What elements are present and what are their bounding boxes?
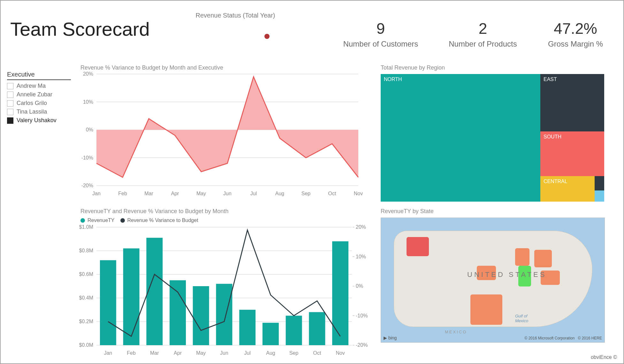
svg-text:Aug: Aug bbox=[275, 191, 284, 196]
map-state-wi bbox=[515, 248, 529, 266]
svg-text:-20%: -20% bbox=[81, 183, 93, 188]
svg-text:Mar: Mar bbox=[150, 350, 159, 356]
svg-text:$0.4M: $0.4M bbox=[79, 295, 93, 301]
legend-color-icon bbox=[80, 218, 85, 223]
svg-text:Oct: Oct bbox=[313, 350, 321, 356]
svg-text:Jan: Jan bbox=[104, 350, 112, 356]
svg-text:$1.0M: $1.0M bbox=[79, 224, 93, 230]
map-state-mi bbox=[534, 250, 552, 267]
svg-text:-20%: -20% bbox=[356, 342, 368, 348]
slicer-item[interactable]: Annelie Zubar bbox=[7, 91, 71, 98]
checkbox-icon bbox=[7, 109, 13, 115]
svg-rect-52 bbox=[309, 312, 325, 345]
treemap-label: CENTRAL bbox=[544, 179, 567, 184]
treemap-label: NORTH bbox=[384, 77, 402, 82]
dashboard: Team Scorecard Revenue Status (Total Yea… bbox=[0, 0, 624, 364]
kpi-customers-value: 9 bbox=[333, 20, 429, 37]
svg-text:Jul: Jul bbox=[244, 350, 251, 356]
slicer-item[interactable]: Andrew Ma bbox=[7, 83, 71, 89]
treemap-title: Total Revenue by Region bbox=[381, 64, 445, 71]
svg-text:Sep: Sep bbox=[289, 350, 299, 356]
page-title: Team Scorecard bbox=[10, 18, 150, 40]
legend-a: RevenueTY bbox=[88, 218, 115, 223]
kpi-margin-label: Gross Margin % bbox=[528, 40, 623, 48]
revenue-status-label: Revenue Status (Total Year) bbox=[187, 12, 283, 19]
svg-text:Jan: Jan bbox=[92, 191, 101, 196]
svg-text:Mar: Mar bbox=[144, 191, 153, 196]
kpi-margin-value: 47.2% bbox=[528, 20, 623, 37]
svg-text:$0.8M: $0.8M bbox=[79, 248, 93, 253]
slicer-item[interactable]: Tina Lassila bbox=[7, 108, 71, 115]
svg-rect-44 bbox=[123, 249, 140, 345]
checkbox-icon bbox=[7, 83, 13, 89]
legend-b: Revenue % Variance to Budget bbox=[127, 218, 198, 223]
slicer-item-label: Tina Lassila bbox=[17, 108, 47, 115]
treemap-cell-north[interactable]: NORTH bbox=[381, 74, 540, 202]
svg-text:20%: 20% bbox=[356, 224, 366, 230]
map-country-label: UNITED STATES bbox=[467, 271, 546, 279]
map-gulf-label: Gulf of Mexico bbox=[515, 314, 528, 323]
footer-credit: obviEnce © bbox=[591, 354, 617, 360]
treemap-label: EAST bbox=[544, 77, 557, 82]
svg-text:Apr: Apr bbox=[174, 350, 182, 356]
svg-text:0%: 0% bbox=[356, 283, 363, 289]
svg-text:May: May bbox=[196, 191, 206, 196]
bing-logo: ▶ bing bbox=[384, 335, 397, 340]
kpi-products-label: Number of Products bbox=[435, 40, 531, 48]
svg-text:$0.2M: $0.2M bbox=[79, 319, 93, 324]
slicer-item[interactable]: Valery Ushakov bbox=[7, 117, 71, 124]
svg-text:$0.0M: $0.0M bbox=[79, 342, 93, 348]
svg-text:-10%: -10% bbox=[356, 313, 368, 318]
map-state-tx bbox=[470, 294, 502, 325]
slicer-title: Executive bbox=[7, 71, 71, 80]
svg-rect-51 bbox=[286, 316, 302, 345]
svg-rect-43 bbox=[100, 260, 116, 345]
revenue-status-icon bbox=[264, 34, 270, 39]
treemap-chart[interactable]: NORTH EAST SOUTH CENTRAL bbox=[381, 74, 604, 202]
svg-text:Feb: Feb bbox=[127, 350, 136, 356]
svg-rect-49 bbox=[239, 310, 255, 345]
svg-text:Nov: Nov bbox=[354, 191, 363, 196]
executive-slicer: Executive Andrew Ma Annelie Zubar Carlos… bbox=[7, 71, 71, 126]
svg-text:May: May bbox=[196, 350, 206, 356]
svg-text:Feb: Feb bbox=[118, 191, 127, 196]
map-credits: © 2016 Microsoft Corporation © 2016 HERE bbox=[525, 336, 602, 340]
svg-text:Sep: Sep bbox=[301, 191, 311, 196]
map-state-wa bbox=[407, 237, 429, 256]
treemap-cell-other1[interactable] bbox=[595, 176, 604, 190]
svg-text:Apr: Apr bbox=[171, 191, 179, 196]
bing-text: bing bbox=[388, 335, 397, 340]
svg-text:Nov: Nov bbox=[336, 350, 345, 356]
area-chart-title: Revenue % Variance to Budget by Month an… bbox=[80, 64, 223, 71]
treemap-cell-south[interactable]: SOUTH bbox=[540, 131, 604, 176]
svg-rect-47 bbox=[193, 286, 209, 345]
map-chart[interactable]: UNITED STATES Gulf of Mexico MEXICO ▶ bi… bbox=[381, 218, 605, 343]
svg-rect-48 bbox=[216, 284, 232, 345]
svg-text:Jul: Jul bbox=[250, 191, 257, 196]
treemap-cell-east[interactable]: EAST bbox=[540, 74, 604, 131]
svg-text:$0.6M: $0.6M bbox=[79, 271, 93, 277]
area-chart[interactable]: -20%-10%0%10%20%JanFebMarAprMayJunJulAug… bbox=[74, 71, 365, 198]
combo-chart-title: RevenueTY and Revenue % Variance to Budg… bbox=[80, 208, 229, 215]
slicer-item-label: Valery Ushakov bbox=[17, 117, 57, 124]
combo-chart[interactable]: $0.0M$0.2M$0.4M$0.6M$0.8M$1.0M-20%-10%0%… bbox=[71, 224, 377, 358]
map-title: RevenueTY by State bbox=[381, 208, 434, 215]
map-mexico-label: MEXICO bbox=[445, 330, 467, 334]
svg-text:0%: 0% bbox=[86, 127, 93, 132]
slicer-item[interactable]: Carlos Grilo bbox=[7, 100, 71, 107]
svg-text:Aug: Aug bbox=[266, 350, 275, 356]
svg-text:Jun: Jun bbox=[223, 191, 232, 196]
svg-text:Jun: Jun bbox=[220, 350, 228, 356]
slicer-item-label: Carlos Grilo bbox=[17, 100, 47, 107]
treemap-label: SOUTH bbox=[544, 134, 561, 139]
treemap-cell-central[interactable]: CENTRAL bbox=[540, 176, 595, 202]
kpi-customers-label: Number of Customers bbox=[333, 40, 429, 48]
checkbox-icon bbox=[7, 92, 13, 98]
slicer-item-label: Annelie Zubar bbox=[17, 91, 52, 98]
svg-rect-53 bbox=[332, 241, 348, 345]
svg-text:10%: 10% bbox=[83, 99, 93, 105]
treemap-cell-other2[interactable] bbox=[595, 190, 604, 202]
kpi-products-value: 2 bbox=[435, 20, 531, 37]
svg-text:-10%: -10% bbox=[81, 155, 93, 160]
slicer-item-label: Andrew Ma bbox=[17, 83, 46, 89]
